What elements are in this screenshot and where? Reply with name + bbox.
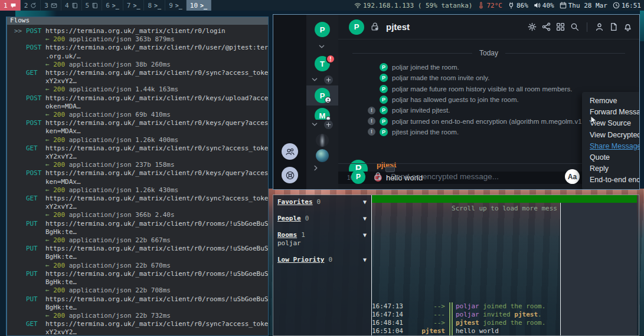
status-clock-icon: 16:51 bbox=[613, 2, 641, 9]
add-room-button[interactable] bbox=[324, 120, 333, 129]
plug-icon bbox=[508, 2, 515, 9]
workspace-6[interactable]: 6>_ bbox=[102, 0, 123, 11]
event-avatar: P bbox=[380, 74, 388, 82]
format-button[interactable]: Aa bbox=[565, 169, 580, 184]
settings-icon[interactable] bbox=[528, 22, 537, 31]
invite-badge: ! bbox=[326, 54, 335, 64]
menu-item-remove[interactable]: Remove bbox=[582, 95, 639, 107]
nicklist-separator[interactable] bbox=[560, 203, 561, 335]
speaker-icon bbox=[534, 2, 541, 9]
prefix-separator bbox=[449, 302, 453, 311]
room-avatar-image[interactable] bbox=[316, 134, 329, 147]
weechat-window: Favorites0▼People0▼Rooms1▼poljarLow Prio… bbox=[273, 195, 639, 336]
status-bar: 123456>_7>_8>_9>_10>_ 192.168.1.133 ( 59… bbox=[0, 0, 644, 11]
timeline-event: Ppoljar joined the room. bbox=[338, 62, 639, 73]
flow-row[interactable]: POST https://termina.org.uk/_matrix/clie… bbox=[14, 44, 268, 69]
composer-avatar: P bbox=[351, 170, 365, 184]
apps-icon[interactable] bbox=[556, 22, 565, 31]
mouse-cursor bbox=[590, 116, 598, 128]
flow-row[interactable]: PUT https://termina.org.uk/_matrix/clien… bbox=[14, 245, 268, 270]
divider bbox=[587, 22, 587, 32]
room-avatar-image[interactable] bbox=[316, 149, 329, 162]
nicklist bbox=[561, 203, 637, 335]
flows-list: >> POST https://termina.org.uk/_matrix/c… bbox=[7, 25, 268, 336]
flow-row[interactable]: GET https://termina.org.uk/_matrix/clien… bbox=[14, 69, 268, 94]
notifications-icon[interactable] bbox=[623, 22, 632, 31]
menu-item-reply[interactable]: Reply bbox=[582, 163, 639, 174]
workspace-1[interactable]: 1 bbox=[0, 0, 21, 11]
chevron-down-icon[interactable] bbox=[311, 121, 318, 128]
flow-row[interactable]: GET https://termina.org.uk/_matrix/clien… bbox=[14, 144, 268, 170]
buffer-section-header[interactable]: Favorites0▼ bbox=[277, 198, 367, 206]
buffer-item[interactable]: poljar bbox=[277, 239, 367, 248]
book-icon bbox=[91, 2, 98, 9]
mail-icon bbox=[51, 2, 57, 9]
files-icon[interactable] bbox=[609, 22, 618, 31]
flow-row[interactable]: >> POST https://termina.org.uk/_matrix/c… bbox=[14, 27, 268, 44]
share-icon[interactable] bbox=[542, 22, 551, 31]
event-avatar: P bbox=[380, 63, 388, 71]
composer-badge bbox=[385, 167, 395, 172]
triangle-down-icon[interactable]: ▼ bbox=[363, 231, 367, 239]
mitmproxy-window: Flows >> POST https://termina.org.uk/_ma… bbox=[6, 17, 269, 336]
chat-icon bbox=[10, 2, 17, 9]
explore-button[interactable] bbox=[282, 167, 298, 183]
workspace-5[interactable]: 5 bbox=[82, 0, 103, 11]
log-line: 16:47:14---poljar invited pjtest. bbox=[372, 311, 560, 319]
flow-row[interactable]: PUT https://termina.org.uk/_matrix/clien… bbox=[14, 220, 268, 245]
terminal-icon: >_ bbox=[112, 2, 119, 9]
wallpaper-accent bbox=[15, 11, 57, 17]
status-segments: 192.168.1.133 ( 59% tatanka)72°C86%40%Th… bbox=[354, 2, 644, 9]
book-icon bbox=[71, 2, 78, 9]
search-icon[interactable] bbox=[570, 22, 579, 31]
status-speaker-icon: 40% bbox=[534, 2, 554, 9]
menu-item-view-decrypted-s[interactable]: View Decrypted S bbox=[582, 130, 639, 141]
triangle-down-icon[interactable]: ▼ bbox=[363, 198, 367, 206]
workspace-7[interactable]: 7>_ bbox=[123, 0, 145, 11]
buffer-section: Favorites0▼ bbox=[277, 198, 367, 206]
workspace-10[interactable]: 10>_ bbox=[187, 0, 211, 11]
workspace-3[interactable]: 3 bbox=[41, 0, 61, 11]
menu-item-quote[interactable]: Quote bbox=[582, 152, 639, 163]
room-header-avatar[interactable]: P bbox=[349, 19, 364, 35]
log-line: 16:47:13-->poljar joined the room. bbox=[372, 302, 560, 311]
workspace-9[interactable]: 9>_ bbox=[165, 0, 187, 11]
flow-row[interactable]: POST https://termina.org.uk/_matrix/clie… bbox=[14, 119, 268, 144]
people-button[interactable] bbox=[282, 143, 298, 160]
flow-row[interactable]: PUT https://termina.org.uk/_matrix/clien… bbox=[14, 270, 268, 295]
workspace-4[interactable]: 4 bbox=[61, 0, 82, 11]
flow-row[interactable]: PUT https://termina.org.uk/_matrix/clien… bbox=[14, 295, 268, 321]
community-panel bbox=[273, 15, 306, 189]
buffer-section-header[interactable]: People0▼ bbox=[277, 215, 367, 223]
add-room-button[interactable] bbox=[324, 75, 333, 84]
title-bar bbox=[372, 195, 637, 203]
terminal-icon: >_ bbox=[154, 2, 161, 9]
workspace-list: 123456>_7>_8>_9>_10>_ bbox=[0, 0, 211, 11]
menu-item-end-to-end-encry[interactable]: End-to-end encry bbox=[582, 174, 639, 186]
members-icon[interactable] bbox=[595, 22, 604, 31]
chevron-down-icon[interactable] bbox=[318, 43, 325, 50]
flow-row[interactable]: GET https://termina.org.uk/_matrix/clien… bbox=[14, 195, 268, 220]
buffer-section-header[interactable]: Low Priority0▼ bbox=[277, 256, 367, 264]
warning-icon: ! bbox=[368, 128, 375, 136]
flow-row[interactable]: POST https://termina.org.uk/_matrix/clie… bbox=[14, 169, 268, 195]
workspace-2[interactable]: 2 bbox=[21, 0, 41, 11]
workspace-8[interactable]: 8>_ bbox=[144, 0, 165, 11]
log-message: hello world bbox=[456, 327, 499, 335]
user-avatar[interactable]: P bbox=[315, 22, 330, 37]
menu-item-share-message[interactable]: Share Message bbox=[582, 141, 639, 152]
event-avatar: P bbox=[380, 117, 388, 126]
triangle-down-icon[interactable]: ▼ bbox=[363, 215, 367, 223]
triangle-down-icon[interactable]: ▼ bbox=[363, 256, 367, 264]
message-input[interactable]: Send an encrypted message... bbox=[391, 172, 499, 181]
chat-log: 16:47:13-->poljar joined the room.16:47:… bbox=[372, 302, 560, 335]
flow-row[interactable]: POST https://termina.org.uk/_matrix/clie… bbox=[14, 94, 268, 120]
flow-row[interactable]: GET https://termina.org.uk/_matrix/clien… bbox=[14, 320, 268, 336]
buffer-section-header[interactable]: Rooms1▼ bbox=[277, 231, 367, 239]
chevron-down-icon[interactable] bbox=[311, 76, 318, 83]
buffer-section: People0▼ bbox=[277, 215, 367, 223]
timeline-event: Ppoljar made the room invite only. bbox=[338, 73, 639, 83]
calendar-icon bbox=[560, 2, 567, 9]
chevron-right-icon[interactable] bbox=[312, 164, 319, 172]
wifi-icon bbox=[354, 2, 361, 9]
